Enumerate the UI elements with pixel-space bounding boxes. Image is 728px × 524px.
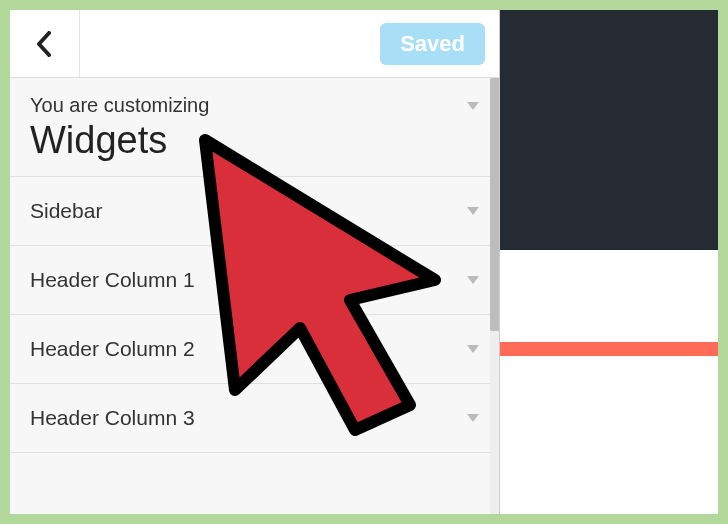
chevron-down-icon (467, 102, 479, 110)
section-label: Header Column 1 (30, 268, 195, 292)
chevron-left-icon (35, 31, 55, 57)
scrollbar-thumb[interactable] (490, 78, 499, 331)
section-item-sidebar[interactable]: Sidebar (10, 177, 499, 246)
customizer-panel: Saved You are customizing Widgets Sideba… (10, 10, 500, 514)
preview-accent-bar (500, 342, 718, 356)
scrollbar[interactable] (490, 78, 499, 514)
section-label: Header Column 3 (30, 406, 195, 430)
customizing-title: Widgets (30, 119, 479, 162)
preview-pane (500, 10, 718, 514)
section-item-header-col-1[interactable]: Header Column 1 (10, 246, 499, 315)
chevron-down-icon (467, 414, 479, 422)
section-item-header-col-3[interactable]: Header Column 3 (10, 384, 499, 453)
chevron-down-icon (467, 207, 479, 215)
back-button[interactable] (10, 10, 80, 77)
section-label: Header Column 2 (30, 337, 195, 361)
chevron-down-icon (467, 276, 479, 284)
preview-header-dark (500, 10, 718, 250)
panel-body: You are customizing Widgets Sidebar Head… (10, 78, 499, 514)
saved-button[interactable]: Saved (380, 23, 485, 65)
section-item-header-col-2[interactable]: Header Column 2 (10, 315, 499, 384)
customizing-label: You are customizing (30, 94, 479, 117)
help-toggle[interactable] (467, 96, 479, 114)
customizing-heading: You are customizing Widgets (10, 78, 499, 177)
chevron-down-icon (467, 345, 479, 353)
app-frame: Saved You are customizing Widgets Sideba… (10, 10, 718, 514)
panel-header: Saved (10, 10, 499, 78)
section-label: Sidebar (30, 199, 102, 223)
